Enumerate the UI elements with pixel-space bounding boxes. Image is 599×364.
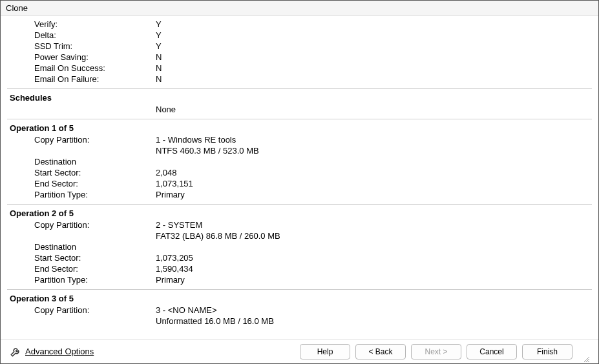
copy-partition-line2: Unformatted 16.0 MB / 16.0 MB [156, 316, 274, 327]
destination-label: Destination [7, 156, 592, 167]
copy-partition-line1: 3 - <NO NAME> [156, 305, 217, 316]
setting-row: Delta: Y [7, 30, 592, 41]
op-kv-key: End Sector: [7, 178, 156, 189]
advanced-options-link[interactable]: Advanced Options [25, 347, 94, 356]
divider [7, 204, 592, 205]
setting-row: Verify: Y [7, 19, 592, 30]
setting-val: N [156, 52, 592, 63]
schedules-heading: Schedules [7, 92, 592, 104]
next-button: Next > [411, 344, 461, 359]
op-kv-row: End Sector: 1,073,151 [7, 178, 592, 189]
copy-partition-row: Copy Partition: 3 - <NO NAME> [7, 305, 592, 316]
copy-partition-line1: 1 - Windows RE tools [156, 134, 236, 145]
op-kv-key: Partition Type: [7, 274, 156, 285]
operation-heading: Operation 3 of 5 [7, 292, 592, 305]
copy-partition-line1: 2 - SYSTEM [156, 219, 202, 230]
copy-partition-label: Copy Partition: [7, 305, 156, 316]
setting-val: N [156, 74, 592, 85]
setting-key: Power Saving: [7, 52, 156, 63]
back-button[interactable]: < Back [355, 344, 406, 359]
setting-val: Y [156, 19, 592, 30]
schedules-value-row: None [7, 104, 592, 115]
op-kv-row: Partition Type: Primary [7, 274, 592, 285]
copy-partition-row2: NTFS 460.3 MB / 523.0 MB [7, 145, 592, 156]
setting-key: Delta: [7, 30, 156, 41]
operation-heading: Operation 1 of 5 [7, 122, 592, 134]
help-button[interactable]: Help [300, 344, 350, 359]
copy-partition-line2: FAT32 (LBA) 86.8 MB / 260.0 MB [156, 230, 280, 241]
op-kv-key: Start Sector: [7, 167, 156, 178]
divider [7, 88, 592, 89]
copy-partition-label: Copy Partition: [7, 134, 156, 145]
op-kv-row: Start Sector: 2,048 [7, 167, 592, 178]
setting-key: Email On Failure: [7, 74, 156, 85]
destination-label: Destination [7, 241, 592, 252]
content-scroll[interactable]: Verify: Y Delta: Y SSD Trim: Y Power Sav… [1, 16, 598, 339]
setting-row: Power Saving: N [7, 52, 592, 63]
op-kv-val: 2,048 [156, 167, 592, 178]
setting-val: Y [156, 41, 592, 52]
setting-val: N [156, 63, 592, 74]
divider [7, 119, 592, 119]
op-kv-val: Primary [156, 274, 592, 285]
wrench-icon [10, 346, 21, 358]
copy-partition-row: Copy Partition: 1 - Windows RE tools [7, 134, 592, 145]
op-kv-row: Start Sector: 1,073,205 [7, 252, 592, 263]
window-title: Clone [1, 1, 598, 16]
op-kv-key: Partition Type: [7, 189, 156, 200]
op-kv-val: 1,590,434 [156, 263, 592, 274]
settings-block: Verify: Y Delta: Y SSD Trim: Y Power Sav… [7, 19, 592, 85]
schedules-value: None [156, 104, 176, 115]
copy-partition-row2: Unformatted 16.0 MB / 16.0 MB [7, 316, 592, 327]
op-kv-row: Partition Type: Primary [7, 189, 592, 200]
cancel-button[interactable]: Cancel [467, 344, 517, 359]
setting-row: Email On Failure: N [7, 74, 592, 85]
copy-partition-row: Copy Partition: 2 - SYSTEM [7, 219, 592, 230]
op-kv-key: Start Sector: [7, 252, 156, 263]
setting-key: Verify: [7, 19, 156, 30]
divider [7, 289, 592, 290]
setting-row: Email On Success: N [7, 63, 592, 74]
copy-partition-row2: FAT32 (LBA) 86.8 MB / 260.0 MB [7, 230, 592, 241]
footer-bar: Advanced Options Help < Back Next > Canc… [1, 339, 598, 363]
setting-key: Email On Success: [7, 63, 156, 74]
setting-row: SSD Trim: Y [7, 41, 592, 52]
op-kv-row: End Sector: 1,590,434 [7, 263, 592, 274]
op-kv-key: End Sector: [7, 263, 156, 274]
setting-val: Y [156, 30, 592, 41]
op-kv-val: 1,073,205 [156, 252, 592, 263]
op-kv-val: Primary [156, 189, 592, 200]
op-kv-val: 1,073,151 [156, 178, 592, 189]
finish-button[interactable]: Finish [522, 344, 573, 359]
resize-grip-icon[interactable] [580, 353, 589, 362]
copy-partition-line2: NTFS 460.3 MB / 523.0 MB [156, 145, 259, 156]
operation-heading: Operation 2 of 5 [7, 207, 592, 219]
copy-partition-label: Copy Partition: [7, 219, 156, 230]
setting-key: SSD Trim: [7, 41, 156, 52]
